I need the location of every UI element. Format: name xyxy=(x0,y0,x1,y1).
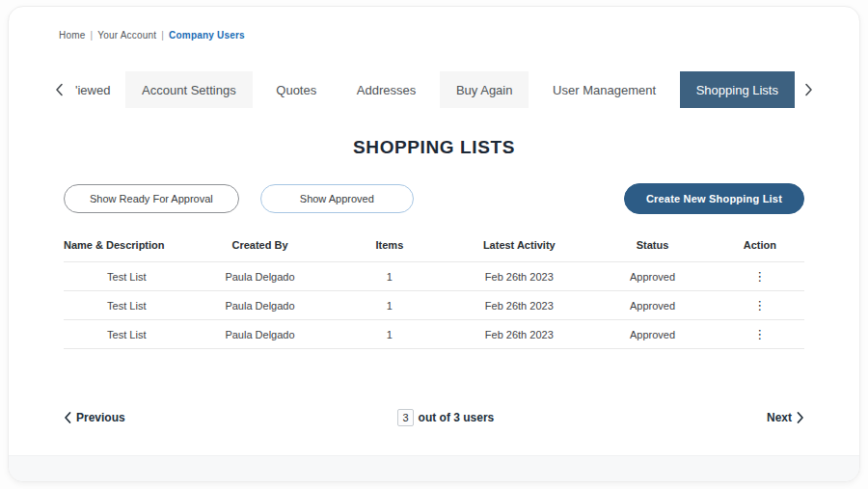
cell-items: 1 xyxy=(330,329,448,340)
breadcrumb-current-company-users: Company Users xyxy=(169,30,245,41)
tab-recently-viewed[interactable]: 'iewed xyxy=(73,71,118,108)
table-row: Test List Paula Delgado 1 Feb 26th 2023 … xyxy=(64,291,804,320)
column-header-status: Status xyxy=(589,239,716,251)
column-header-latest-activity: Latest Activity xyxy=(448,239,589,251)
kebab-menu-icon[interactable]: ⋮ xyxy=(747,326,772,342)
page-card: Home|Your Account|Company Users 'iewed A… xyxy=(8,6,860,482)
page-title: SHOPPING LISTS xyxy=(9,137,859,158)
column-header-name-description: Name & Description xyxy=(64,239,190,251)
kebab-menu-icon[interactable]: ⋮ xyxy=(747,297,772,313)
column-header-action: Action xyxy=(716,239,804,251)
user-count: 3 out of 3 users xyxy=(397,409,494,426)
cell-status: Approved xyxy=(589,300,716,312)
kebab-menu-icon[interactable]: ⋮ xyxy=(747,268,772,285)
cell-latest-activity: Feb 26th 2023 xyxy=(448,271,589,283)
table-header-row: Name & Description Created By Items Late… xyxy=(64,239,804,262)
tabs-scroll-left-button[interactable] xyxy=(51,83,68,96)
cell-status: Approved xyxy=(589,271,716,283)
next-label: Next xyxy=(767,411,792,424)
table-row: Test List Paula Delgado 1 Feb 26th 2023 … xyxy=(64,262,804,291)
cell-latest-activity: Feb 26th 2023 xyxy=(448,300,589,312)
chevron-left-icon xyxy=(55,83,64,96)
cell-items: 1 xyxy=(330,271,448,283)
cell-created-by: Paula Delgado xyxy=(190,329,331,340)
cell-status: Approved xyxy=(589,329,716,340)
show-ready-for-approval-button[interactable]: Show Ready For Approval xyxy=(64,184,239,213)
breadcrumb: Home|Your Account|Company Users xyxy=(59,30,859,41)
column-header-created-by: Created By xyxy=(190,239,331,251)
tabs-scroll-right-button[interactable] xyxy=(800,83,817,96)
tab-list: 'iewed Account Settings Quotes Addresses… xyxy=(73,71,795,108)
breadcrumb-home-link[interactable]: Home xyxy=(59,30,85,41)
cell-latest-activity: Feb 26th 2023 xyxy=(448,329,589,340)
page-count-box[interactable]: 3 xyxy=(397,409,413,426)
column-header-items: Items xyxy=(330,239,448,251)
tab-buy-again[interactable]: Buy Again xyxy=(440,71,529,108)
chevron-right-icon xyxy=(804,83,813,96)
previous-page-button[interactable]: Previous xyxy=(64,411,125,424)
cell-created-by: Paula Delgado xyxy=(190,271,331,283)
cell-items: 1 xyxy=(330,300,448,312)
tab-quotes[interactable]: Quotes xyxy=(259,71,333,108)
previous-label: Previous xyxy=(76,411,125,424)
chevron-right-icon xyxy=(797,412,804,423)
cell-name: Test List xyxy=(64,300,190,312)
pagination: Previous 3 out of 3 users Next xyxy=(64,409,804,426)
shopping-lists-table: Name & Description Created By Items Late… xyxy=(64,239,804,349)
cell-name: Test List xyxy=(64,329,190,340)
card-footer-strip xyxy=(9,455,859,481)
next-page-button[interactable]: Next xyxy=(767,411,804,424)
breadcrumb-separator: | xyxy=(90,30,93,41)
breadcrumb-separator: | xyxy=(161,30,164,41)
count-label: out of 3 users xyxy=(419,411,495,424)
show-approved-button[interactable]: Show Approved xyxy=(260,184,414,213)
table-row: Test List Paula Delgado 1 Feb 26th 2023 … xyxy=(64,320,804,349)
breadcrumb-your-account-link[interactable]: Your Account xyxy=(97,30,156,41)
tab-addresses[interactable]: Addresses xyxy=(340,71,432,108)
tab-bar: 'iewed Account Settings Quotes Addresses… xyxy=(9,71,859,108)
actions-row: Show Ready For Approval Show Approved Cr… xyxy=(64,183,804,214)
chevron-left-icon xyxy=(64,412,71,423)
create-new-shopping-list-button[interactable]: Create New Shopping List xyxy=(624,183,804,214)
tab-account-settings[interactable]: Account Settings xyxy=(125,71,253,108)
tab-shopping-lists[interactable]: Shopping Lists xyxy=(680,71,795,108)
cell-created-by: Paula Delgado xyxy=(190,300,331,312)
tab-user-management[interactable]: User Management xyxy=(536,71,672,108)
cell-name: Test List xyxy=(64,271,190,283)
